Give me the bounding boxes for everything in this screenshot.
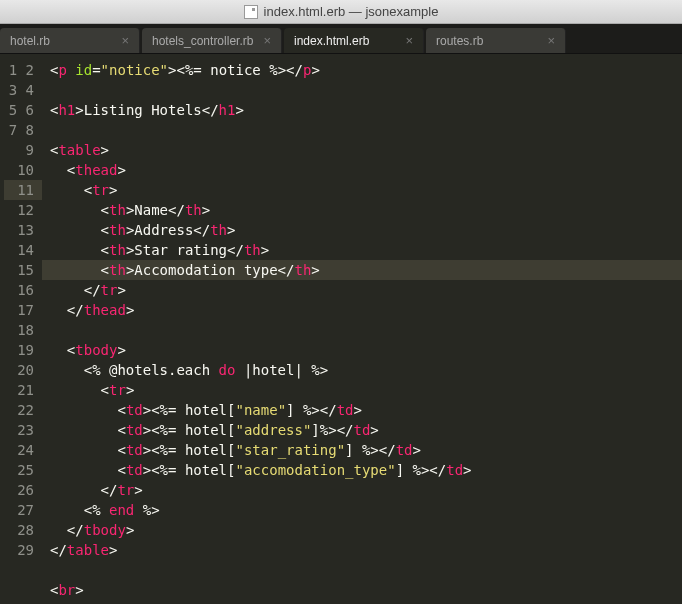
tab-index-html-erb[interactable]: index.html.erb × <box>284 28 424 53</box>
close-icon[interactable]: × <box>405 33 413 48</box>
code-content[interactable]: <p id="notice"><%= notice %></p> <h1>Lis… <box>42 54 682 604</box>
tab-label: index.html.erb <box>294 34 369 48</box>
window-titlebar: index.html.erb — jsonexample <box>0 0 682 24</box>
line-number-gutter: 1 2 3 4 5 6 7 8 9 10 11 12 13 14 15 16 1… <box>0 54 42 604</box>
tab-bar: hotel.rb × hotels_controller.rb × index.… <box>0 24 682 54</box>
tab-label: routes.rb <box>436 34 483 48</box>
window-title: index.html.erb — jsonexample <box>264 4 439 19</box>
tab-label: hotel.rb <box>10 34 50 48</box>
cursor-line: <th>Accomodation type</th> <box>42 260 682 280</box>
code-editor[interactable]: 1 2 3 4 5 6 7 8 9 10 11 12 13 14 15 16 1… <box>0 54 682 604</box>
close-icon[interactable]: × <box>121 33 129 48</box>
tab-routes-rb[interactable]: routes.rb × <box>426 28 566 53</box>
tab-hotels-controller-rb[interactable]: hotels_controller.rb × <box>142 28 282 53</box>
close-icon[interactable]: × <box>263 33 271 48</box>
close-icon[interactable]: × <box>547 33 555 48</box>
tab-hotel-rb[interactable]: hotel.rb × <box>0 28 140 53</box>
file-icon <box>244 5 258 19</box>
tab-label: hotels_controller.rb <box>152 34 253 48</box>
